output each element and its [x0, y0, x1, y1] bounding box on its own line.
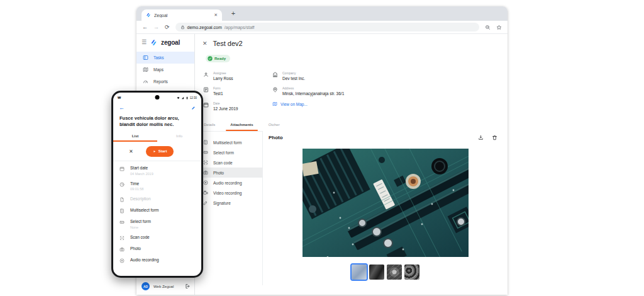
photo-thumbnails — [263, 265, 508, 280]
view-on-map-link[interactable]: View on Map... — [272, 101, 508, 106]
phone-row-scan-code[interactable]: Scan code — [113, 232, 201, 243]
form-icon — [203, 87, 209, 93]
tab-title: Zegoal — [154, 13, 211, 18]
sidebar-item-reports[interactable]: Reports — [136, 76, 194, 88]
attachment-item-multiselect-form[interactable]: Multiselect form — [195, 137, 262, 147]
cell-signal-icon — [181, 96, 184, 100]
start-button[interactable]: Start — [146, 146, 174, 157]
phone-close-icon[interactable]: ✕ — [129, 149, 133, 154]
url-input[interactable]: demo.zegoal.com/app/maps/staff — [175, 23, 479, 31]
phone-row-time[interactable]: Time 09:01:58 — [113, 178, 201, 194]
attachment-item-scan-code[interactable]: Scan code — [195, 157, 262, 168]
thumbnail-2[interactable] — [369, 265, 384, 280]
attachment-item-photo[interactable]: Photo — [195, 168, 262, 178]
url-path: /app/maps/staff — [225, 25, 255, 30]
phone-row-multiselect-form[interactable]: Multiselect form — [113, 205, 201, 216]
browser-address-bar: ← → ⟳ demo.zegoal.com/app/maps/staff — [136, 21, 508, 34]
task-fields: Assignee Larry Ross Form Test1 Date — [203, 71, 508, 117]
attachment-item-select-form[interactable]: Select form — [195, 147, 262, 157]
zegoal-logo-icon — [150, 39, 157, 46]
photo-panel: Photo — [263, 131, 508, 295]
wifi-icon — [177, 96, 180, 100]
phone-row-audio-recording[interactable]: Audio recording — [113, 254, 201, 266]
user-label: Web Zegoal — [153, 285, 181, 288]
phone-row-description[interactable]: Description — [113, 193, 201, 205]
phone-field-list: Start date 04 March 2019 Time 09:01:58 D… — [113, 161, 201, 266]
back-icon[interactable]: ← — [142, 24, 148, 30]
person-icon — [203, 72, 209, 77]
phone-row-select-form[interactable]: Select form None — [113, 216, 201, 232]
screenshot-root: Zegoal ✕ + ← → ⟳ demo.zegoal.com/app/map… — [0, 0, 644, 296]
calendar-icon — [203, 102, 209, 108]
phone-status-bar: ₩ 12:30 — [113, 93, 201, 101]
sidebar-item-label: Maps — [153, 67, 164, 72]
tasks-icon — [143, 55, 148, 60]
field-assignee: Assignee Larry Ross — [203, 71, 272, 81]
photo-panel-title: Photo — [269, 135, 478, 140]
phone-back-icon[interactable]: ← — [119, 105, 125, 111]
field-label: Address — [282, 86, 344, 90]
user-avatar[interactable]: AD — [142, 282, 150, 290]
camera-icon — [119, 247, 125, 252]
select-form-icon — [203, 150, 208, 155]
browser-tab-strip: Zegoal ✕ + — [136, 6, 508, 21]
task-detail-panel: ✕ Test dev2 Ready Assignee Larry Ross — [195, 34, 508, 295]
field-company: Company Dev test Inc. — [272, 71, 508, 81]
tab-close-icon[interactable]: ✕ — [214, 13, 218, 18]
phone-tab-info[interactable]: Info — [157, 132, 201, 142]
field-date: Date 12 June 2019 — [203, 101, 272, 111]
attachment-item-audio-recording[interactable]: Audio recording — [195, 178, 262, 188]
zoom-out-icon[interactable] — [485, 25, 491, 30]
thumbnail-1-selected[interactable] — [352, 265, 367, 280]
phone-row-start-date[interactable]: Start date 04 March 2019 — [113, 162, 201, 178]
scan-code-icon — [203, 160, 208, 165]
thumbnail-4[interactable] — [404, 265, 419, 280]
new-tab-button[interactable]: + — [228, 8, 238, 18]
play-icon — [153, 150, 156, 153]
sidebar-item-label: Reports — [153, 79, 168, 84]
task-close-icon[interactable]: ✕ — [203, 40, 208, 47]
tab-otcher[interactable]: Otcher — [261, 120, 287, 131]
field-label: Assignee — [213, 71, 233, 75]
attachment-item-video-recording[interactable]: Video recording — [195, 188, 262, 198]
phone-tab-label: Info — [176, 134, 182, 138]
attachment-item-signature[interactable]: Signature — [195, 198, 262, 208]
row-label: Multiselect form — [130, 208, 159, 212]
reload-icon[interactable]: ⟳ — [165, 24, 170, 30]
tab-label: Details — [204, 123, 215, 127]
camera-icon — [203, 170, 208, 175]
calendar-icon — [119, 166, 125, 171]
attachment-label: Multiselect form — [213, 140, 242, 145]
hamburger-menu-icon[interactable]: ☰ — [142, 40, 147, 45]
row-label: Select form — [130, 219, 151, 224]
status-label: Ready — [214, 57, 226, 60]
field-value: Minsk, Internacyjanalnaja str. 36/1 — [282, 91, 344, 96]
photo-preview[interactable] — [303, 149, 469, 257]
edit-pencil-icon[interactable] — [191, 106, 196, 110]
bookmark-star-icon[interactable] — [496, 25, 502, 30]
attachment-label: Audio recording — [213, 181, 242, 185]
map-link-icon — [272, 101, 277, 106]
checklist-icon — [119, 208, 125, 213]
logout-icon[interactable] — [185, 283, 191, 289]
row-label: Audio recording — [130, 258, 159, 262]
task-title: Test dev2 — [213, 40, 243, 47]
browser-tab[interactable]: Zegoal ✕ — [142, 9, 222, 21]
reports-icon — [143, 79, 148, 84]
download-icon[interactable] — [478, 135, 484, 140]
phone-row-photo[interactable]: Photo — [113, 243, 201, 254]
tab-attachments[interactable]: Attachments — [223, 120, 260, 131]
thumbnail-3[interactable] — [387, 265, 402, 280]
select-form-icon — [119, 220, 125, 225]
phone-tab-label: List — [132, 134, 139, 138]
sidebar-item-maps[interactable]: Maps — [136, 64, 194, 76]
sidebar-item-tasks[interactable]: Tasks — [136, 52, 194, 64]
attachments-menu: Multiselect form Select form Scan code P… — [195, 131, 263, 285]
trash-icon[interactable] — [492, 135, 497, 140]
forward-icon[interactable]: → — [153, 24, 159, 30]
url-domain: demo.zegoal.com — [187, 25, 222, 30]
favicon-zegoal-icon — [146, 13, 151, 18]
field-form: Form Test1 — [203, 86, 272, 96]
sidebar-item-label: Tasks — [153, 55, 164, 60]
tab-label: Otcher — [269, 123, 280, 127]
